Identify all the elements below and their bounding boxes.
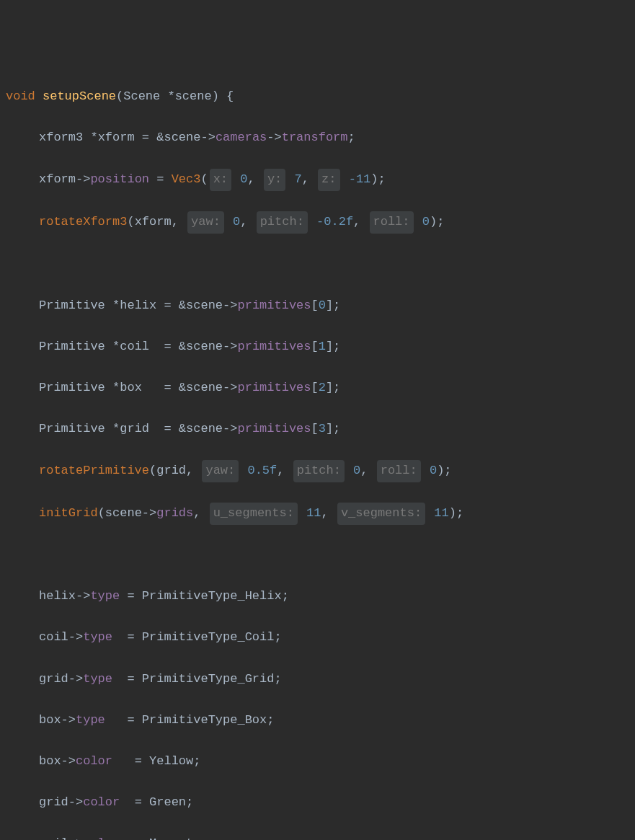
code-line: Primitive *box = &scene->primitives[2]; [6,378,629,399]
var-ref: scene [164,131,200,144]
var-ref: coil [39,836,68,840]
code-line: box->type = PrimitiveType_Box; [6,710,629,731]
var-ref: scene [105,506,142,520]
number-literal: 0 [319,299,326,312]
code-line: void setupScene(Scene *scene) { [6,87,629,107]
enum-value: Yellow [149,754,193,768]
number-literal: 0 [430,464,437,477]
type-name: Primitive [39,340,105,353]
var-ref: coil [39,630,68,644]
number-literal: 3 [319,422,326,436]
number-literal: 11 [306,506,321,520]
param-hint: yaw: [202,460,239,482]
blank-line [6,545,629,566]
code-line: rotateXform3(xform, yaw: 0, pitch: -0.2f… [6,211,629,234]
code-line: xform3 *xform = &scene->cameras->transfo… [6,128,629,149]
param-hint: x: [210,169,231,191]
code-line: Primitive *helix = &scene->primitives[0]… [6,296,629,317]
function-call: rotatePrimitive [39,464,149,477]
var-name: helix [120,299,156,312]
number-literal: 0 [353,464,360,477]
member-ref: primitives [237,381,311,394]
var-ref: xform [135,215,172,229]
enum-value: PrimitiveType_Grid [142,672,275,686]
param-hint: roll: [377,460,421,482]
enum-value: Green [149,795,186,809]
code-line: xform->position = Vec3(x: 0, y: 7, z: -1… [6,169,629,191]
param-hint: z: [318,169,339,191]
number-literal: 0 [240,172,247,186]
code-line: grid->color = Green; [6,792,629,813]
var-ref: grid [156,464,186,477]
code-line: coil->color = Magenta; [6,834,629,840]
var-ref: scene [186,340,223,353]
number-literal: 1 [319,340,326,353]
code-editor[interactable]: void setupScene(Scene *scene) { xform3 *… [6,87,629,840]
var-name: xform [98,131,135,144]
code-line: grid->type = PrimitiveType_Grid; [6,669,629,690]
var-ref: scene [186,381,223,394]
var-ref: helix [39,589,76,603]
param-type: Scene [123,89,160,103]
ctor-call: Vec3 [172,172,201,186]
code-line: initGrid(scene->grids, u_segments: 11, v… [6,503,629,525]
code-line: coil->type = PrimitiveType_Coil; [6,627,629,648]
param-hint: pitch: [293,460,345,482]
member-ref: type [83,672,112,686]
param-hint: roll: [370,211,414,234]
number-literal: -11 [349,172,371,186]
enum-value: PrimitiveType_Box [142,713,267,727]
var-ref: scene [186,422,223,436]
blank-line [6,255,629,275]
param-hint: pitch: [257,211,308,234]
var-ref: box [39,754,61,768]
number-literal: 11 [434,506,448,520]
var-name: grid [120,422,149,436]
code-line: Primitive *coil = &scene->primitives[1]; [6,337,629,358]
var-ref: grid [39,795,68,809]
function-name: setupScene [43,89,116,103]
var-ref: xform [39,172,76,186]
code-line: Primitive *grid = &scene->primitives[3]; [6,419,629,440]
number-literal: 7 [295,172,302,186]
enum-value: PrimitiveType_Helix [142,589,282,603]
function-call: initGrid [39,506,98,520]
member-ref: position [90,172,149,186]
param-name: scene [175,89,212,103]
member-ref: cameras [216,131,267,144]
number-literal: 0 [422,215,430,229]
type-name: Primitive [39,299,105,312]
param-hint: u_segments: [210,503,298,525]
enum-value: Magenta [149,836,200,840]
var-name: box [120,381,142,394]
member-ref: color [83,795,120,809]
member-ref: transform [282,131,348,144]
member-ref: grids [156,506,193,520]
var-ref: grid [39,672,68,686]
var-ref: box [39,713,61,727]
param-hint: yaw: [187,211,224,234]
type-name: Primitive [39,381,105,394]
code-line: helix->type = PrimitiveType_Helix; [6,586,629,607]
member-ref: type [90,589,120,603]
type-name: Primitive [39,422,105,436]
member-ref: primitives [237,422,311,436]
keyword-void: void [6,89,35,103]
code-line: rotatePrimitive(grid, yaw: 0.5f, pitch: … [6,460,629,482]
number-literal: -0.2f [316,215,353,229]
member-ref: color [76,754,112,768]
param-hint: y: [264,169,285,191]
function-call: rotateXform3 [39,215,127,229]
member-ref: primitives [237,340,311,353]
type-name: xform3 [39,131,83,144]
member-ref: color [83,836,120,840]
var-ref: scene [186,299,223,312]
member-ref: type [83,630,112,644]
number-literal: 2 [319,381,326,394]
member-ref: primitives [237,299,311,312]
code-line: box->color = Yellow; [6,751,629,772]
member-ref: type [76,713,105,727]
number-literal: 0 [233,215,240,229]
var-name: coil [120,340,149,353]
param-hint: v_segments: [337,503,425,525]
